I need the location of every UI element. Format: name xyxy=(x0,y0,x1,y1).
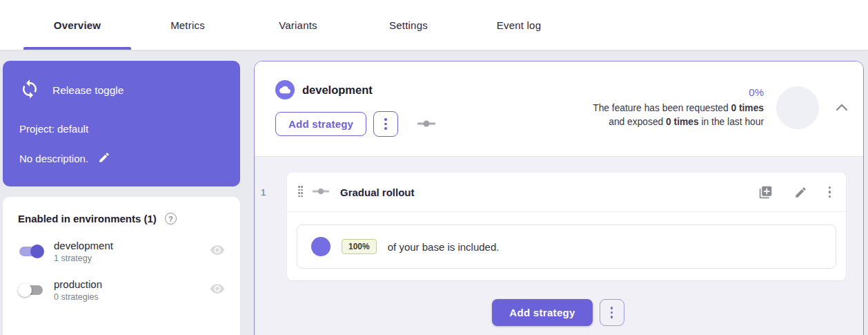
add-strategy-button-primary[interactable]: Add strategy xyxy=(492,299,592,326)
edit-strategy-icon[interactable] xyxy=(793,184,809,200)
env-strategy-count: 1 strategy xyxy=(54,253,113,263)
env-name: production xyxy=(54,278,102,290)
tab-settings[interactable]: Settings xyxy=(353,0,464,50)
kebab-icon xyxy=(384,118,387,130)
feature-type-label: Release toggle xyxy=(52,84,124,97)
environment-accordion-development: development Add strategy 0% The feature … xyxy=(254,61,864,335)
rollout-pie-chart xyxy=(311,237,331,256)
metrics-line-2: and exposed 0 times in the last hour xyxy=(593,115,764,129)
env-row-production: production 0 strategies xyxy=(18,278,225,302)
drag-handle-icon[interactable] xyxy=(298,186,304,198)
edit-description-icon[interactable] xyxy=(98,151,110,166)
rollout-summary: 100% of your base is included. xyxy=(297,224,836,269)
add-strategy-button[interactable]: Add strategy xyxy=(275,112,366,136)
cloud-icon xyxy=(275,80,295,99)
strategy-name: Gradual rollout xyxy=(340,186,415,198)
metrics-summary: 0% The feature has been requested 0 time… xyxy=(593,86,851,129)
copy-strategy-icon[interactable] xyxy=(757,184,774,201)
kebab-icon xyxy=(829,186,831,198)
add-strategy-more-button[interactable] xyxy=(600,299,624,326)
metrics-percentage: 0% xyxy=(593,86,764,98)
strategy-card-gradual-rollout: Gradual rollout xyxy=(287,173,846,280)
tab-variants[interactable]: Variants xyxy=(243,0,353,50)
eye-icon[interactable] xyxy=(210,242,225,260)
strategy-more-icon[interactable] xyxy=(827,185,833,200)
environment-more-button[interactable] xyxy=(373,111,398,137)
env-strategy-count: 0 strategies xyxy=(54,292,102,302)
strategy-list: 1 Gradual rollout xyxy=(255,157,863,326)
feature-tabbar: Overview Metrics Variants Settings Event… xyxy=(0,0,868,50)
tab-event-log[interactable]: Event log xyxy=(464,0,574,50)
rollout-percentage-badge: 100% xyxy=(342,239,377,254)
tab-overview[interactable]: Overview xyxy=(22,0,132,50)
project-label: Project: default xyxy=(19,123,88,135)
rollout-strategy-icon xyxy=(313,186,329,198)
environments-card-title: Enabled in environments (1) xyxy=(18,213,157,224)
environments-card: Enabled in environments (1) ? developmen… xyxy=(3,197,240,335)
rollout-strategy-icon xyxy=(417,118,435,131)
metrics-donut-chart xyxy=(776,86,819,129)
release-toggle-icon xyxy=(19,79,40,102)
description-label: No description. xyxy=(19,153,88,164)
environment-header: development Add strategy 0% The feature … xyxy=(255,61,863,157)
production-toggle[interactable] xyxy=(18,283,44,298)
left-sidebar: Release toggle Project: default No descr… xyxy=(3,61,240,335)
feature-type-card: Release toggle Project: default No descr… xyxy=(3,61,240,186)
kebab-icon xyxy=(611,307,613,318)
rollout-description: of your base is included. xyxy=(388,241,500,253)
env-name: development xyxy=(54,240,113,251)
help-icon[interactable]: ? xyxy=(165,213,177,224)
development-toggle[interactable] xyxy=(18,244,44,259)
environment-name: development xyxy=(302,84,373,97)
chevron-up-icon[interactable] xyxy=(833,100,851,116)
eye-icon[interactable] xyxy=(210,281,225,299)
env-row-development: development 1 strategy xyxy=(18,240,225,263)
tab-metrics[interactable]: Metrics xyxy=(132,0,243,50)
strategy-index: 1 xyxy=(261,187,266,198)
metrics-line-1: The feature has been requested 0 times xyxy=(593,102,764,115)
